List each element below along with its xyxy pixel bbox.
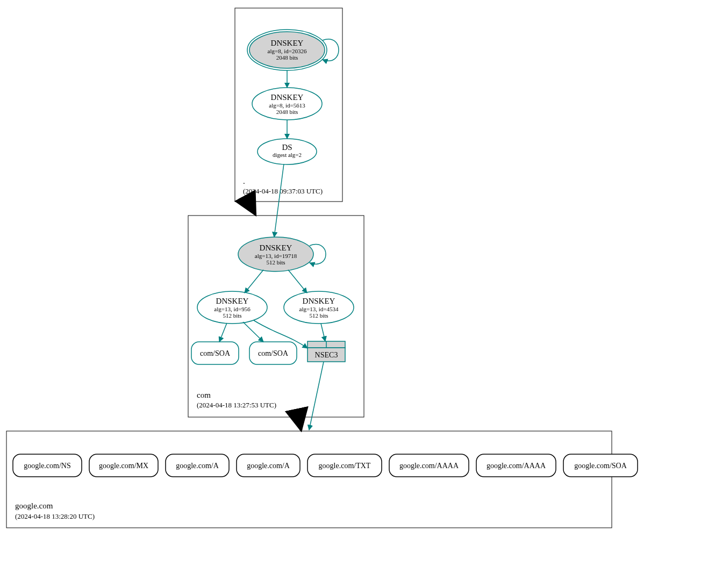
svg-text:512 bits: 512 bits (266, 259, 285, 266)
zone-com-label: com (197, 391, 211, 399)
zone-root-timestamp: (2024-04-18 09:37:03 UTC) (243, 187, 323, 195)
edge-com-dk2-soa2 (243, 322, 263, 342)
com-soa-2: com/SOA (249, 342, 297, 364)
edge-nsec3-to-google (309, 362, 324, 430)
zone-google: google.com (2024-04-18 13:28:20 UTC) goo… (6, 362, 638, 528)
google-record-0: google.com/NS (13, 454, 82, 477)
svg-text:google.com/A: google.com/A (247, 462, 290, 470)
svg-text:com/SOA: com/SOA (200, 349, 231, 357)
svg-rect-34 (6, 431, 612, 528)
svg-text:alg=13, id=956: alg=13, id=956 (214, 306, 251, 312)
edge-com-dk1-dk2 (245, 270, 263, 293)
svg-text:google.com/AAAA: google.com/AAAA (399, 462, 459, 470)
google-record-3: google.com/A (237, 454, 300, 477)
svg-text:2048 bits: 2048 bits (276, 109, 298, 115)
zone-com-timestamp: (2024-04-18 13:27:53 UTC) (197, 401, 276, 409)
google-record-2: google.com/A (166, 454, 229, 477)
svg-text:google.com/NS: google.com/NS (24, 462, 71, 470)
com-dnskey-19718: DNSKEY alg=13, id=19718 512 bits (238, 237, 313, 271)
edge-com-dk3-nsec3 (321, 324, 325, 341)
google-record-5: google.com/AAAA (389, 454, 469, 477)
google-record-7: google.com/SOA (563, 454, 638, 477)
zone-root: . (2024-04-18 09:37:03 UTC) DNSKEY alg=8… (235, 8, 342, 202)
svg-text:NSEC3: NSEC3 (315, 351, 338, 359)
google-record-6: google.com/AAAA (476, 454, 556, 477)
svg-text:google.com/A: google.com/A (176, 462, 219, 470)
edge-root-to-com-zone (248, 202, 255, 214)
svg-text:com/SOA: com/SOA (258, 349, 289, 357)
svg-text:512 bits: 512 bits (309, 312, 328, 319)
edge-com-dk1-dk3 (288, 270, 307, 293)
svg-text:DNSKEY: DNSKEY (260, 243, 292, 252)
zone-google-timestamp: (2024-04-18 13:28:20 UTC) (15, 512, 95, 520)
svg-text:google.com/MX: google.com/MX (99, 462, 148, 470)
svg-text:alg=13, id=19718: alg=13, id=19718 (255, 253, 297, 259)
svg-text:google.com/SOA: google.com/SOA (574, 462, 627, 470)
com-dnskey-956: DNSKEY alg=13, id=956 512 bits (197, 291, 267, 324)
svg-text:DNSKEY: DNSKEY (271, 93, 304, 102)
svg-text:google.com/TXT: google.com/TXT (319, 462, 371, 470)
svg-text:alg=13, id=4534: alg=13, id=4534 (299, 306, 339, 312)
root-dnskey-20326: DNSKEY alg=8, id=20326 2048 bits (247, 30, 327, 70)
google-record-4: google.com/TXT (307, 454, 382, 477)
svg-text:digest alg=2: digest alg=2 (273, 152, 302, 158)
svg-text:DS: DS (282, 143, 292, 152)
svg-text:2048 bits: 2048 bits (276, 54, 298, 61)
edge-com-dk2-soa1 (219, 323, 227, 342)
edge-com-to-google-zone (298, 417, 301, 430)
com-dnskey-4534: DNSKEY alg=13, id=4534 512 bits (284, 291, 354, 324)
com-soa-1: com/SOA (191, 342, 239, 364)
edge-root-ds-to-com-dk (274, 164, 284, 237)
svg-text:DNSKEY: DNSKEY (303, 297, 335, 305)
svg-text:alg=8, id=20326: alg=8, id=20326 (268, 48, 307, 54)
google-record-1: google.com/MX (89, 454, 158, 477)
root-ds: DS digest alg=2 (258, 139, 317, 164)
zone-com: com (2024-04-18 13:27:53 UTC) DNSKEY alg… (188, 164, 364, 417)
zone-root-label: . (243, 177, 245, 185)
svg-text:DNSKEY: DNSKEY (271, 39, 304, 47)
svg-text:google.com/AAAA: google.com/AAAA (487, 462, 546, 470)
com-nsec3: NSEC3 (307, 341, 345, 362)
zone-google-label: google.com (15, 501, 53, 510)
svg-text:DNSKEY: DNSKEY (216, 297, 249, 305)
svg-text:512 bits: 512 bits (223, 312, 241, 319)
dnssec-diagram: . (2024-04-18 09:37:03 UTC) DNSKEY alg=8… (0, 0, 708, 588)
svg-text:alg=8, id=5613: alg=8, id=5613 (269, 102, 305, 109)
root-dnskey-5613: DNSKEY alg=8, id=5613 2048 bits (252, 88, 322, 120)
